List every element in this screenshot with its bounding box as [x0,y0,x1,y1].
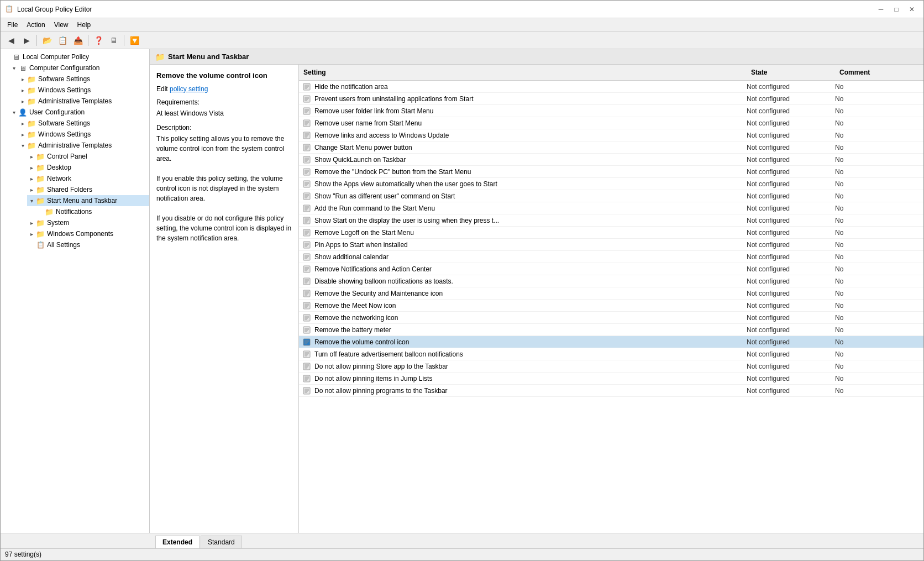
tree-control-panel[interactable]: ▸ 📁 Control Panel [27,151,149,162]
tree-notifications[interactable]: 📁 Notifications [36,206,149,217]
desc-edit-link[interactable]: policy setting [170,85,208,93]
setting-row[interactable]: Do not allow pinning Store app to the Ta… [299,360,923,373]
tree-computer-config[interactable]: ▾ 🖥 Computer Configuration [9,62,149,74]
toolbar-up[interactable]: 📂 [40,34,54,47]
tab-standard[interactable]: Standard [201,536,242,548]
setting-row[interactable]: Do not allow pinning programs to the Tas… [299,385,923,397]
system-toggle: ▸ [27,220,36,226]
toolbar-back[interactable]: ◀ [4,34,18,47]
setting-row[interactable]: Change Start Menu power buttonNot config… [299,141,923,154]
setting-row[interactable]: Do not allow pinning items in Jump Lists… [299,373,923,385]
title-bar-title: Local Group Policy Editor [17,6,874,13]
toolbar-show-hide[interactable]: 📋 [55,34,70,47]
sm-label: Start Menu and Taskbar [47,197,117,205]
wc-label: Windows Components [47,230,113,238]
setting-row[interactable]: Remove the battery meterNot configuredNo [299,324,923,336]
svg-rect-5 [303,96,310,102]
svg-rect-30 [303,156,310,163]
tab-extended[interactable]: Extended [155,536,200,548]
minimize-button[interactable]: ─ [874,4,888,14]
sf-label: Shared Folders [47,186,92,193]
menu-file[interactable]: File [3,20,22,30]
setting-row[interactable]: Remove links and access to Windows Updat… [299,129,923,141]
toolbar-view[interactable]: 🖥 [107,34,121,47]
path-folder-icon: 📁 [155,53,165,61]
setting-row[interactable]: Add the Run command to the Start MenuNot… [299,202,923,214]
setting-row[interactable]: Pin Apps to Start when installedNot conf… [299,239,923,251]
toolbar-sep3 [124,35,124,46]
setting-name: Do not allow pinning programs to the Tas… [312,387,747,395]
toolbar-forward[interactable]: ▶ [19,34,34,47]
col-comment-header[interactable]: Comment [835,67,923,78]
network-label: Network [47,175,71,182]
setting-name: Remove the volume control icon [312,338,747,346]
svg-rect-40 [303,181,310,187]
col-state-header[interactable]: State [747,67,835,78]
tree-windows-components[interactable]: ▸ 📁 Windows Components [27,228,149,239]
tree-admin-templates-cc[interactable]: ▸ 📁 Administrative Templates [18,96,149,107]
setting-state: Not configured [747,156,835,164]
setting-row[interactable]: Show additional calendarNot configuredNo [299,251,923,263]
setting-state: Not configured [747,277,835,285]
tree-network[interactable]: ▸ 📁 Network [27,173,149,184]
notif-icon: 📁 [45,207,54,216]
tree-software-settings-uc[interactable]: ▸ 📁 Software Settings [18,118,149,129]
tree-windows-settings-uc[interactable]: ▸ 📁 Windows Settings [18,129,149,140]
setting-name: Remove the networking icon [312,314,747,322]
setting-name: Turn off feature advertisement balloon n… [312,350,747,358]
svg-rect-110 [303,351,310,358]
menu-action[interactable]: Action [22,20,49,30]
tree-system[interactable]: ▸ 📁 System [27,217,149,228]
setting-row[interactable]: Hide the notification areaNot configured… [299,81,923,93]
setting-name: Remove the Security and Maintenance icon [312,290,747,297]
setting-row[interactable]: Remove the networking iconNot configured… [299,312,923,324]
setting-state: Not configured [747,326,835,334]
user-config-group: ▾ 👤 User Configuration ▸ 📁 Software Sett… [1,107,149,250]
setting-row[interactable]: Remove Notifications and Action CenterNo… [299,263,923,275]
setting-row[interactable]: Turn off feature advertisement balloon n… [299,348,923,360]
setting-row[interactable]: Show "Run as different user" command on … [299,190,923,202]
setting-row[interactable]: Disable showing balloon notifications as… [299,275,923,287]
tree-user-config[interactable]: ▾ 👤 User Configuration [9,107,149,118]
as-label: All Settings [47,241,80,249]
svg-rect-50 [303,205,310,212]
setting-row[interactable]: Remove the Meet Now iconNot configuredNo [299,300,923,312]
menu-help[interactable]: Help [73,20,96,30]
tree-admin-templates-uc[interactable]: ▾ 📁 Administrative Templates [18,140,149,151]
col-setting-header[interactable]: Setting [299,67,747,78]
at-cc-toggle: ▸ [18,98,27,104]
toolbar-export[interactable]: 📤 [71,34,85,47]
svg-rect-75 [303,266,310,272]
setting-row[interactable]: Remove user folder link from Start MenuN… [299,105,923,117]
network-toggle: ▸ [27,176,36,182]
setting-row[interactable]: Remove user name from Start MenuNot conf… [299,117,923,129]
tree-windows-settings-cc[interactable]: ▸ 📁 Windows Settings [18,85,149,96]
tree-shared-folders[interactable]: ▸ 📁 Shared Folders [27,184,149,195]
setting-state: Not configured [747,350,835,358]
setting-row[interactable]: Remove Logoff on the Start MenuNot confi… [299,227,923,239]
toolbar-help[interactable]: ❓ [91,34,106,47]
toolbar-filter[interactable]: 🔽 [127,34,141,47]
wc-icon: 📁 [36,229,45,238]
setting-row[interactable]: Remove the volume control iconNot config… [299,336,923,348]
close-button[interactable]: ✕ [905,4,919,14]
setting-row[interactable]: Show QuickLaunch on TaskbarNot configure… [299,154,923,166]
policy-icon [301,375,312,382]
tree-start-menu[interactable]: ▾ 📁 Start Menu and Taskbar [27,195,149,206]
sm-children: 📁 Notifications [27,206,149,217]
description-panel: Remove the volume control icon Edit poli… [150,65,299,533]
tree-root[interactable]: 🖥 Local Computer Policy [1,51,149,62]
setting-state: Not configured [747,387,835,395]
setting-row[interactable]: Show the Apps view automatically when th… [299,178,923,190]
maximize-button[interactable]: □ [889,4,904,14]
setting-state: Not configured [747,375,835,382]
setting-row[interactable]: Show Start on the display the user is us… [299,214,923,227]
setting-row[interactable]: Remove the "Undock PC" button from the S… [299,166,923,178]
setting-row[interactable]: Prevent users from uninstalling applicat… [299,93,923,105]
tree-desktop[interactable]: ▸ 📁 Desktop [27,162,149,173]
setting-comment: No [835,387,923,395]
setting-row[interactable]: Remove the Security and Maintenance icon… [299,287,923,300]
tree-software-settings-cc[interactable]: ▸ 📁 Software Settings [18,74,149,85]
menu-view[interactable]: View [50,20,73,30]
tree-all-settings[interactable]: 📋 All Settings [27,239,149,250]
